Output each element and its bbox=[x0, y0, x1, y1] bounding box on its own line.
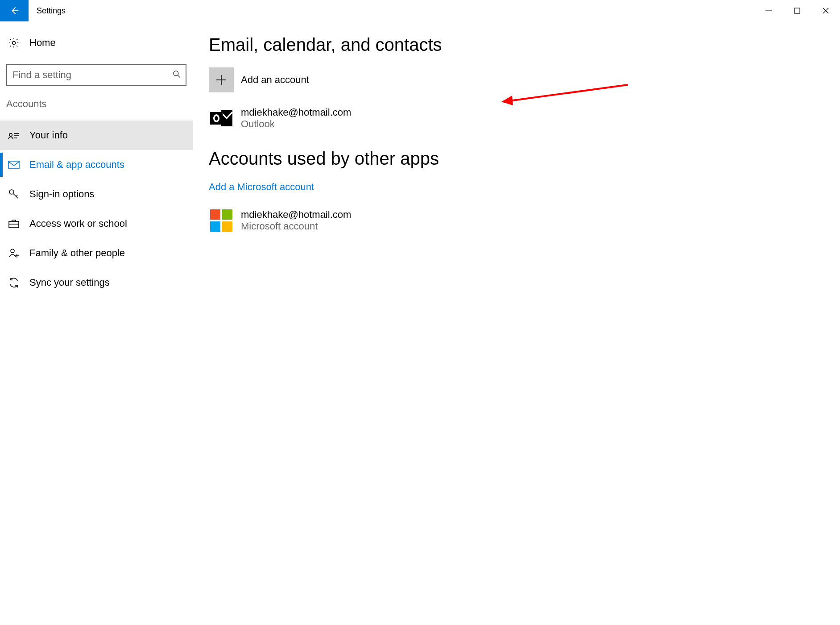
arrow-left-icon bbox=[9, 6, 19, 16]
email-account-item[interactable]: mdiekhake@hotmail.com Outlook bbox=[209, 106, 840, 131]
gear-icon bbox=[8, 37, 20, 49]
svg-point-6 bbox=[174, 71, 178, 76]
maximize-icon bbox=[794, 8, 800, 14]
section-other-apps-heading: Accounts used by other apps bbox=[209, 149, 840, 169]
close-icon bbox=[822, 7, 829, 14]
section-email-heading: Email, calendar, and contacts bbox=[209, 35, 840, 55]
svg-line-7 bbox=[178, 75, 180, 78]
add-account-button[interactable]: Add an account bbox=[209, 67, 840, 92]
ms-logo-tile bbox=[210, 209, 220, 220]
key-icon bbox=[8, 188, 20, 200]
outlook-icon bbox=[209, 106, 234, 131]
account-email: mdiekhake@hotmail.com bbox=[241, 107, 351, 118]
sync-icon bbox=[8, 277, 20, 288]
svg-line-15 bbox=[16, 195, 17, 196]
search-icon bbox=[172, 70, 181, 80]
nav-email-accounts[interactable]: Email & app accounts bbox=[0, 150, 193, 179]
window-title: Settings bbox=[29, 0, 66, 21]
svg-line-14 bbox=[13, 194, 18, 198]
nav-label: Access work or school bbox=[29, 218, 127, 229]
nav-label: Sign-in options bbox=[29, 188, 95, 200]
svg-point-26 bbox=[215, 116, 218, 121]
svg-point-8 bbox=[9, 133, 12, 136]
account-provider: Outlook bbox=[241, 118, 351, 130]
nav-access-work-school[interactable]: Access work or school bbox=[0, 209, 193, 238]
nav-label: Family & other people bbox=[29, 247, 125, 259]
nav-family-people[interactable]: Family & other people bbox=[0, 238, 193, 268]
ms-logo-tile bbox=[210, 221, 220, 232]
search-input[interactable] bbox=[12, 69, 172, 81]
nav-label: Your info bbox=[29, 129, 68, 141]
category-label: Accounts bbox=[0, 86, 193, 110]
microsoft-logo-icon bbox=[209, 208, 234, 233]
nav-signin-options[interactable]: Sign-in options bbox=[0, 179, 193, 209]
nav-label: Sync your settings bbox=[29, 277, 110, 288]
ms-account-type: Microsoft account bbox=[241, 221, 351, 232]
maximize-button[interactable] bbox=[783, 0, 811, 21]
microsoft-account-item[interactable]: mdiekhake@hotmail.com Microsoft account bbox=[209, 208, 840, 233]
svg-rect-2 bbox=[794, 8, 800, 13]
nav-sync-settings[interactable]: Sync your settings bbox=[0, 268, 193, 297]
minimize-icon bbox=[765, 7, 772, 14]
person-add-icon bbox=[8, 248, 20, 258]
close-button[interactable] bbox=[811, 0, 840, 21]
add-microsoft-account-link[interactable]: Add a Microsoft account bbox=[209, 181, 314, 193]
back-button[interactable] bbox=[0, 0, 29, 21]
ms-account-email: mdiekhake@hotmail.com bbox=[241, 209, 351, 221]
svg-rect-12 bbox=[8, 161, 19, 168]
person-card-icon bbox=[8, 131, 20, 140]
ms-logo-tile bbox=[222, 221, 232, 232]
svg-point-18 bbox=[11, 249, 14, 253]
ms-logo-tile bbox=[222, 209, 232, 220]
add-account-label: Add an account bbox=[241, 74, 309, 86]
home-label: Home bbox=[29, 37, 56, 49]
minimize-button[interactable] bbox=[754, 0, 783, 21]
nav-your-info[interactable]: Your info bbox=[0, 121, 193, 150]
home-button[interactable]: Home bbox=[0, 31, 193, 54]
svg-point-5 bbox=[12, 42, 16, 45]
svg-point-13 bbox=[9, 190, 14, 194]
svg-rect-16 bbox=[9, 221, 19, 228]
briefcase-icon bbox=[8, 219, 20, 229]
mail-icon bbox=[8, 160, 20, 169]
nav-label: Email & app accounts bbox=[29, 159, 124, 171]
plus-icon bbox=[209, 67, 234, 92]
search-box[interactable] bbox=[6, 64, 186, 86]
svg-marker-28 bbox=[501, 96, 513, 105]
